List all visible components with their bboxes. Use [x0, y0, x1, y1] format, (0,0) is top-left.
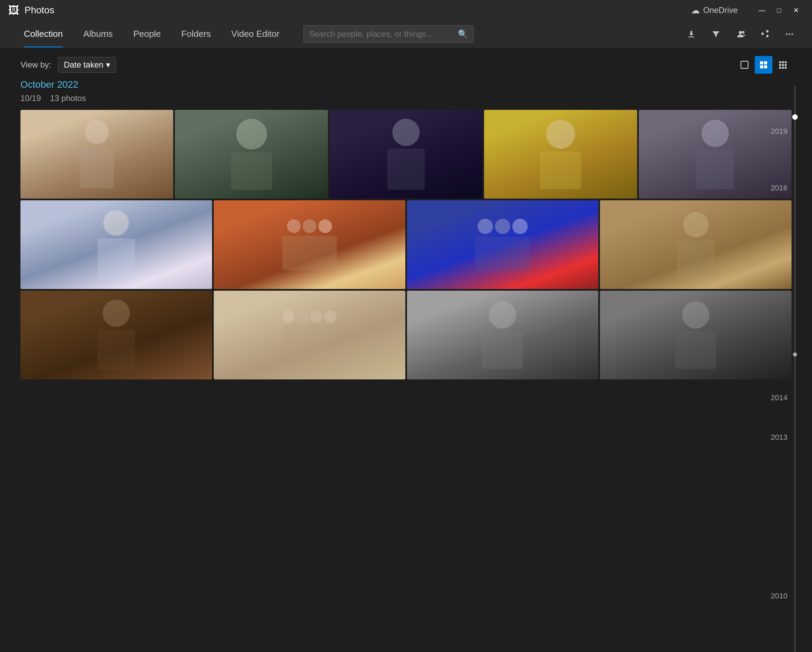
svg-point-1 [742, 31, 745, 33]
photo-detail-10 [20, 291, 212, 380]
photo-count: 13 photos [50, 93, 86, 103]
more-button[interactable] [781, 25, 798, 43]
view-large-button[interactable] [774, 56, 792, 74]
svg-rect-15 [785, 64, 787, 66]
photo-row-1 [20, 110, 792, 199]
photo-item-7[interactable] [214, 200, 405, 289]
share-button[interactable] [756, 25, 774, 43]
view-square-button[interactable] [736, 56, 753, 74]
sub-date: 10/19 [20, 93, 41, 103]
close-button[interactable]: ✕ [788, 3, 804, 17]
app-icon: 🖼 [8, 4, 19, 17]
nav-tabs: Collection Albums People Folders Video E… [14, 20, 290, 47]
view-medium-button[interactable] [755, 56, 772, 74]
photo-row-3 [20, 291, 792, 380]
photo-item-1[interactable] [20, 110, 173, 199]
svg-rect-12 [785, 61, 787, 63]
tab-folders[interactable]: Folders [171, 20, 221, 47]
photo-item-12[interactable] [407, 291, 598, 380]
photo-detail-2 [175, 110, 328, 199]
svg-point-3 [789, 33, 791, 35]
view-by-label: View by: [20, 60, 51, 70]
svg-rect-7 [764, 61, 767, 64]
photo-detail-5 [639, 110, 792, 199]
onedrive-area: ☁ OneDrive [691, 5, 738, 16]
photo-item-11[interactable] [214, 291, 405, 380]
minimize-button[interactable]: — [754, 3, 770, 17]
svg-rect-6 [760, 61, 763, 64]
photo-item-3[interactable] [330, 110, 482, 199]
main-content: October 2022 10/19 13 photos [0, 79, 812, 652]
photo-detail-3 [330, 110, 482, 199]
import-button[interactable] [682, 25, 700, 43]
search-input[interactable] [309, 29, 458, 39]
photo-item-6[interactable] [20, 200, 212, 289]
photo-detail-6 [20, 200, 212, 289]
filter-button[interactable] [707, 25, 725, 43]
nav-actions [682, 25, 798, 43]
tab-albums[interactable]: Albums [73, 20, 123, 47]
photo-item-2[interactable] [175, 110, 328, 199]
filter-icon [711, 29, 720, 39]
timeline-year-2019: 2019 [771, 127, 788, 136]
tab-video-editor[interactable]: Video Editor [221, 20, 290, 47]
timeline-dot-2015 [793, 352, 797, 357]
photo-item-13[interactable] [600, 291, 792, 380]
view-toggle-group [736, 56, 792, 74]
timeline-thumb[interactable] [792, 114, 798, 120]
search-icon[interactable]: 🔍 [458, 29, 468, 39]
people-icon [736, 29, 745, 39]
toolbar: View by: Date taken ▾ [0, 48, 812, 79]
more-icon [785, 29, 794, 39]
timeline: 2019 2016 2014 2013 2010 [785, 79, 805, 652]
view-by-value: Date taken [64, 60, 103, 70]
photo-detail-7 [214, 200, 405, 289]
search-bar: 🔍 [304, 25, 474, 43]
timeline-year-2014: 2014 [771, 393, 788, 402]
svg-rect-16 [779, 67, 781, 69]
svg-rect-9 [764, 65, 767, 68]
photo-detail-1 [20, 110, 173, 199]
photo-detail-11 [214, 291, 405, 380]
app-title: Photos [24, 5, 54, 16]
import-icon [687, 29, 696, 39]
onedrive-label: OneDrive [703, 5, 738, 15]
onedrive-icon: ☁ [691, 5, 700, 16]
section-date: October 2022 [20, 79, 792, 90]
navbar: Collection Albums People Folders Video E… [0, 20, 812, 48]
share-icon [760, 29, 770, 39]
photo-row-2 [20, 200, 792, 289]
photo-item-4[interactable] [484, 110, 637, 199]
photo-item-9[interactable] [600, 200, 792, 289]
window-controls: — □ ✕ [754, 3, 804, 17]
timeline-year-2013: 2013 [771, 433, 788, 442]
svg-point-0 [739, 31, 742, 34]
view-by-select[interactable]: Date taken ▾ [58, 57, 116, 73]
titlebar: 🖼 Photos ☁ OneDrive — □ ✕ [0, 0, 812, 20]
photo-item-10[interactable] [20, 291, 212, 380]
medium-view-icon [759, 60, 768, 70]
svg-rect-5 [741, 61, 748, 69]
photo-detail-13 [600, 291, 792, 380]
photo-detail-4 [484, 110, 637, 199]
svg-rect-13 [779, 64, 781, 66]
svg-point-2 [786, 33, 788, 35]
maximize-button[interactable]: □ [771, 3, 787, 17]
chevron-down-icon: ▾ [106, 60, 110, 70]
photo-item-8[interactable] [407, 200, 598, 289]
large-view-icon [778, 60, 788, 70]
photo-detail-9 [600, 200, 792, 289]
people-button[interactable] [731, 25, 749, 43]
svg-rect-14 [782, 64, 784, 66]
titlebar-left: 🖼 Photos [8, 4, 54, 17]
svg-rect-17 [782, 67, 784, 69]
photo-detail-12 [407, 291, 598, 380]
section-sub: 10/19 13 photos [20, 93, 792, 103]
photo-item-5[interactable] [639, 110, 792, 199]
tab-collection[interactable]: Collection [14, 20, 73, 47]
svg-point-4 [792, 33, 793, 35]
tab-people[interactable]: People [123, 20, 171, 47]
timeline-track[interactable]: 2019 2016 2014 2013 2010 [794, 86, 796, 652]
svg-rect-18 [785, 67, 787, 69]
timeline-year-2010: 2010 [771, 592, 788, 600]
